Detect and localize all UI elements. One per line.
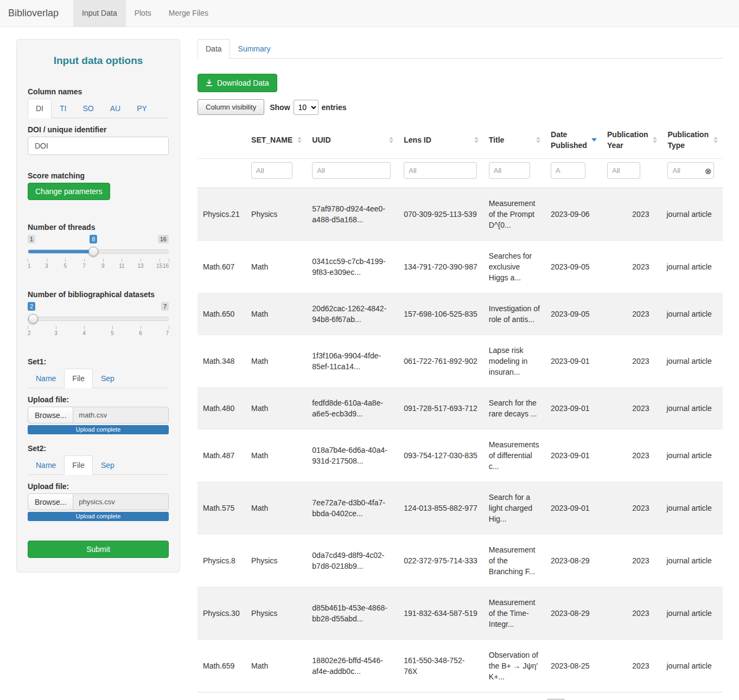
set2-progress-bar: Upload complete bbox=[28, 512, 169, 521]
column-visibility-button[interactable]: Column visibility bbox=[198, 99, 264, 115]
slider-handle[interactable] bbox=[28, 314, 38, 324]
slider-tick-label: 15 bbox=[156, 263, 162, 269]
tab-au[interactable]: AU bbox=[102, 99, 129, 118]
cell-set-name: Math bbox=[246, 335, 307, 388]
cell-uuid: 20d62cac-1262-4842-94b8-6f67ab... bbox=[307, 293, 398, 335]
set2-tab-file[interactable]: File bbox=[64, 455, 93, 475]
tab-so[interactable]: SO bbox=[74, 99, 101, 118]
cell-type: journal article bbox=[662, 482, 723, 535]
filter-lens-id[interactable] bbox=[404, 162, 477, 179]
set2-tab-name[interactable]: Name bbox=[28, 455, 64, 475]
cell-title: Searches for exclusive Higgs a... bbox=[483, 241, 545, 293]
set1-tab-sep[interactable]: Sep bbox=[93, 369, 123, 388]
threads-slider[interactable]: 1 8 16 1 3 5 7 9 11 13 15 16 bbox=[28, 235, 169, 274]
set2-browse-button[interactable]: Browse... bbox=[28, 493, 73, 510]
cell-uuid: 18802e26-bffd-4546-af4e-addb0c... bbox=[307, 640, 398, 692]
set2-tab-sep[interactable]: Sep bbox=[93, 455, 123, 475]
change-parameters-button[interactable]: Change parameters bbox=[28, 183, 110, 200]
set1-tab-file[interactable]: File bbox=[64, 369, 93, 388]
nav-tab-merge-files[interactable]: Merge Files bbox=[160, 0, 217, 27]
set1-file-name: math.csv bbox=[73, 407, 169, 423]
cell-rowname: Math.607 bbox=[198, 241, 246, 293]
cell-date: 2023-09-05 bbox=[545, 293, 602, 335]
cell-date: 2023-09-01 bbox=[545, 388, 602, 429]
column-header-lens-id[interactable]: Lens ID bbox=[398, 121, 483, 159]
cell-rowname: Math.575 bbox=[198, 482, 246, 535]
doi-input[interactable] bbox=[28, 137, 169, 155]
download-button-label: Download Data bbox=[217, 79, 269, 87]
sort-icon bbox=[653, 137, 657, 143]
cell-lens-id: 091-728-517-693-712 bbox=[398, 388, 483, 429]
set1-browse-button[interactable]: Browse... bbox=[28, 407, 73, 423]
sort-icon bbox=[297, 137, 302, 143]
cell-set-name: Math bbox=[246, 482, 307, 535]
column-header-publication-type[interactable]: Publication Type bbox=[662, 121, 723, 159]
table-row: Physics.8 Physics 0da7cd49-d8f9-4c02-b7d… bbox=[198, 535, 723, 587]
datasets-slider[interactable]: 2 7 2 3 4 5 6 7 bbox=[28, 302, 169, 341]
cell-date: 2023-09-01 bbox=[545, 429, 602, 482]
cell-set-name: Math bbox=[246, 293, 307, 335]
cell-lens-id: 191-832-634-587-519 bbox=[398, 587, 483, 640]
cell-set-name: Math bbox=[246, 429, 307, 482]
column-header-uuid[interactable]: UUID bbox=[307, 121, 398, 159]
column-header-set-name[interactable]: SET_NAME bbox=[246, 121, 307, 159]
slider-tick-label: 2 bbox=[28, 330, 31, 336]
submit-button[interactable]: Submit bbox=[28, 541, 169, 558]
nav-tab-input-data[interactable]: Input Data bbox=[73, 0, 126, 27]
cell-lens-id: 124-013-855-882-977 bbox=[398, 482, 483, 535]
cell-type: journal article bbox=[662, 241, 723, 293]
slider-tick-label: 1 bbox=[28, 263, 31, 269]
sidebar-title: Input data options bbox=[28, 55, 169, 67]
cell-type: journal article bbox=[662, 388, 723, 429]
cell-type: journal article bbox=[662, 587, 723, 640]
slider-min-label: 1 bbox=[28, 235, 35, 243]
entries-select[interactable]: 10 bbox=[294, 100, 318, 115]
slider-track[interactable] bbox=[28, 317, 169, 321]
cell-year: 2023 bbox=[602, 241, 662, 293]
tab-ti[interactable]: TI bbox=[52, 99, 74, 118]
filter-publication-year[interactable] bbox=[607, 162, 640, 179]
slider-grid: 1 3 5 7 9 11 13 15 16 bbox=[28, 259, 169, 273]
cell-type: journal article bbox=[662, 335, 723, 388]
slider-handle[interactable] bbox=[88, 247, 98, 256]
app-brand[interactable]: Biblioverlap bbox=[0, 0, 67, 27]
column-header-rownames[interactable] bbox=[198, 121, 246, 159]
filter-uuid[interactable] bbox=[312, 162, 391, 179]
slider-tick-label: 4 bbox=[82, 330, 86, 336]
cell-title: Search for the rare decays ... bbox=[483, 388, 545, 429]
tab-py[interactable]: PY bbox=[129, 99, 155, 118]
tab-di[interactable]: DI bbox=[28, 99, 52, 118]
clear-filter-icon[interactable]: ⊗ bbox=[705, 166, 712, 175]
cell-set-name: Physics bbox=[246, 535, 307, 587]
cell-type: journal article bbox=[662, 640, 723, 692]
tab-summary[interactable]: Summary bbox=[230, 39, 279, 59]
cell-uuid: fedfd8de-610a-4a8e-a6e5-ecb3d9... bbox=[307, 388, 398, 429]
cell-uuid: 57af9780-d924-4ee0-a488-d5a168... bbox=[307, 188, 398, 241]
set1-tab-name[interactable]: Name bbox=[28, 369, 64, 388]
cell-uuid: 0da7cd49-d8f9-4c02-b7d8-0218b9... bbox=[307, 535, 398, 587]
cell-title: Measurement of the Prompt D^{0... bbox=[483, 188, 545, 241]
set1-progress-bar: Upload complete bbox=[28, 425, 169, 434]
slider-tick-label: 3 bbox=[54, 330, 58, 336]
cell-date: 2023-09-01 bbox=[545, 335, 602, 388]
slider-track[interactable] bbox=[28, 249, 169, 254]
column-header-publication-year[interactable]: Publication Year bbox=[602, 121, 662, 159]
column-header-title[interactable]: Title bbox=[483, 121, 545, 159]
column-header-date-published[interactable]: Date Published bbox=[545, 121, 602, 159]
cell-lens-id: 070-309-925-113-539 bbox=[398, 188, 483, 241]
slider-tick-label: 16 bbox=[163, 263, 169, 269]
slider-tick-label: 5 bbox=[64, 263, 67, 269]
cell-year: 2023 bbox=[602, 388, 662, 429]
slider-max-label: 16 bbox=[158, 235, 169, 243]
download-data-button[interactable]: Download Data bbox=[198, 74, 277, 92]
table-row: Math.575 Math 7ee72a7e-d3b0-4fa7-bbda-04… bbox=[198, 482, 723, 535]
filter-date-published[interactable] bbox=[551, 162, 585, 179]
filter-title[interactable] bbox=[489, 162, 530, 179]
filter-set-name[interactable] bbox=[251, 162, 292, 179]
tab-data[interactable]: Data bbox=[198, 39, 230, 59]
nav-tab-plots[interactable]: Plots bbox=[126, 0, 160, 27]
table-row: Math.348 Math 1f3f106a-9904-4fde-85ef-11… bbox=[198, 335, 723, 388]
table-row: Math.659 Math 18802e26-bffd-4546-af4e-ad… bbox=[198, 640, 723, 692]
cell-lens-id: 093-754-127-030-835 bbox=[398, 429, 483, 482]
data-table: SET_NAME UUID Lens ID Title bbox=[198, 121, 723, 692]
